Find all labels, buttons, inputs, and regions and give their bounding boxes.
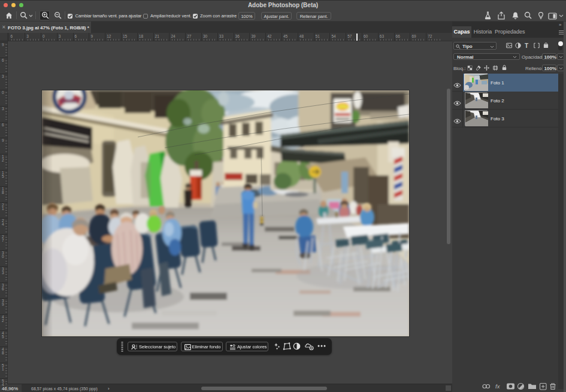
svg-text:fx: fx [495, 383, 501, 390]
